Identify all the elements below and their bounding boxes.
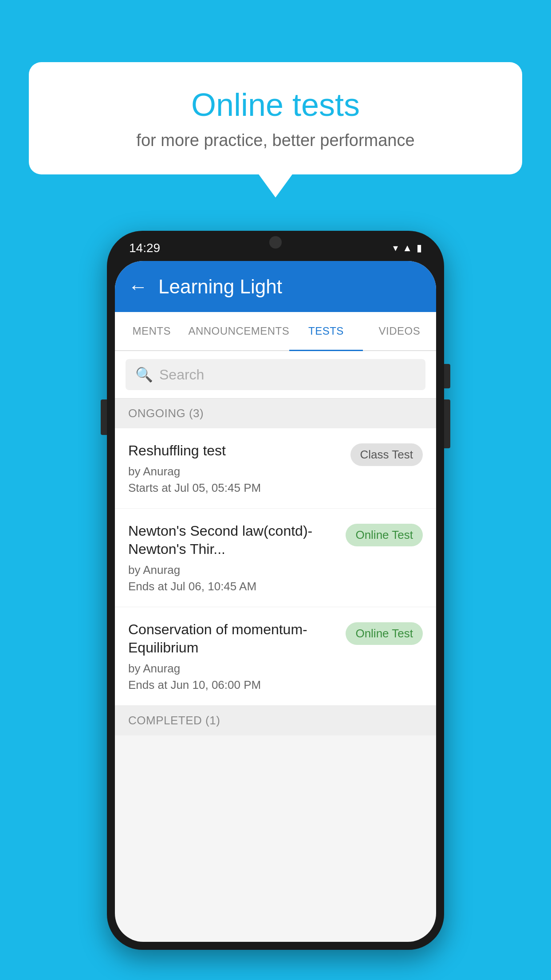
test-date-3: Ends at Jun 10, 06:00 PM [128, 678, 337, 692]
search-placeholder: Search [159, 367, 204, 383]
phone-screen: ← Learning Light MENTS ANNOUNCEMENTS TES… [115, 261, 436, 942]
test-item-reshuffling[interactable]: Reshuffling test by Anurag Starts at Jul… [115, 428, 436, 509]
volume-down-button [444, 399, 450, 448]
test-info-2: Newton's Second law(contd)-Newton's Thir… [128, 522, 346, 593]
test-name-3: Conservation of momentum-Equilibrium [128, 620, 337, 657]
speech-bubble-subtitle: for more practice, better performance [55, 131, 496, 150]
search-container: 🔍 Search [115, 351, 436, 399]
test-list: Reshuffling test by Anurag Starts at Jul… [115, 428, 436, 706]
back-button[interactable]: ← [128, 276, 148, 298]
test-date-1: Starts at Jul 05, 05:45 PM [128, 481, 342, 495]
power-button [444, 364, 450, 388]
wifi-icon: ▾ [393, 242, 398, 254]
app-title: Learning Light [158, 276, 282, 298]
test-name-1: Reshuffling test [128, 442, 342, 460]
status-icons: ▾ ▲ ▮ [393, 242, 422, 254]
tab-announcements[interactable]: ANNOUNCEMENTS [188, 312, 289, 350]
test-date-2: Ends at Jul 06, 10:45 AM [128, 580, 337, 593]
test-item-conservation[interactable]: Conservation of momentum-Equilibrium by … [115, 607, 436, 706]
volume-button [101, 399, 107, 435]
test-name-2: Newton's Second law(contd)-Newton's Thir… [128, 522, 337, 559]
ongoing-section-header: ONGOING (3) [115, 399, 436, 428]
test-badge-3: Online Test [346, 622, 423, 645]
test-item-newton[interactable]: Newton's Second law(contd)-Newton's Thir… [115, 509, 436, 607]
status-time: 14:29 [129, 241, 160, 255]
speech-bubble: Online tests for more practice, better p… [29, 62, 522, 174]
battery-icon: ▮ [417, 242, 422, 254]
search-input-wrap[interactable]: 🔍 Search [126, 359, 425, 390]
completed-section-header: COMPLETED (1) [115, 706, 436, 735]
search-icon: 🔍 [135, 366, 153, 383]
phone-frame: 14:29 ▾ ▲ ▮ ← Learning Light MENTS [107, 231, 444, 950]
phone-notch [231, 231, 320, 253]
test-badge-1: Class Test [350, 443, 423, 466]
speech-bubble-title: Online tests [55, 87, 496, 123]
tab-tests[interactable]: TESTS [289, 312, 362, 350]
tab-ments[interactable]: MENTS [115, 312, 188, 350]
speech-bubble-container: Online tests for more practice, better p… [29, 62, 522, 174]
app-header: ← Learning Light [115, 261, 436, 312]
phone-container: 14:29 ▾ ▲ ▮ ← Learning Light MENTS [107, 231, 444, 950]
tabs-bar: MENTS ANNOUNCEMENTS TESTS VIDEOS [115, 312, 436, 351]
camera-icon [269, 236, 282, 249]
test-info-1: Reshuffling test by Anurag Starts at Jul… [128, 442, 350, 495]
test-author-1: by Anurag [128, 465, 342, 478]
signal-icon: ▲ [402, 242, 412, 254]
test-badge-2: Online Test [346, 524, 423, 546]
tab-videos[interactable]: VIDEOS [363, 312, 436, 350]
test-author-2: by Anurag [128, 563, 337, 577]
test-author-3: by Anurag [128, 662, 337, 676]
test-info-3: Conservation of momentum-Equilibrium by … [128, 620, 346, 692]
